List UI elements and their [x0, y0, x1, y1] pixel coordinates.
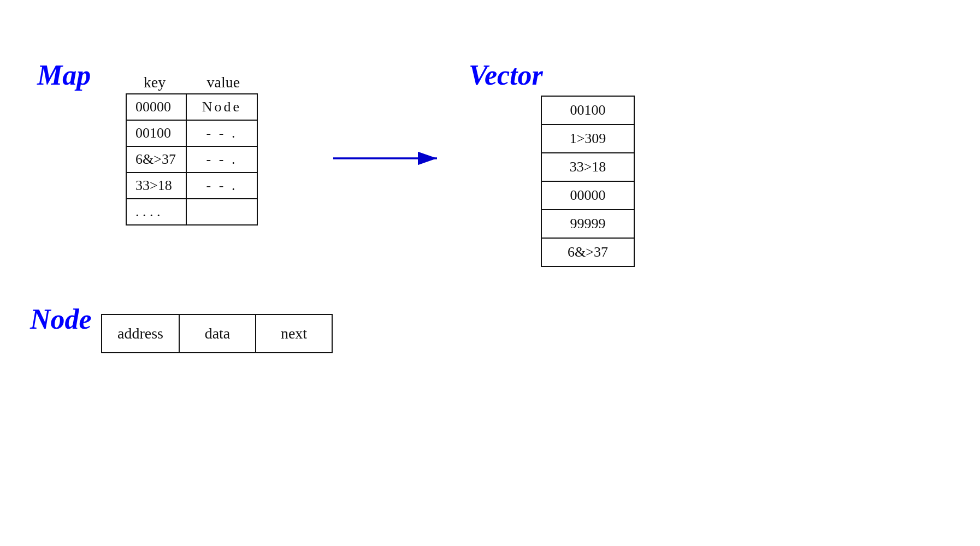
vector-cell-0: 00100	[541, 96, 634, 124]
table-row: 00100 - - .	[126, 120, 257, 146]
map-value-cell-1: - - .	[186, 120, 257, 146]
map-key-cell-4: . . . .	[126, 199, 186, 225]
table-row: 99999	[541, 210, 634, 238]
map-key-cell-1: 00100	[126, 120, 186, 146]
map-table-container: key value 00000 Node 00100 - - . 6&>37 -…	[126, 74, 258, 225]
table-row: 00100	[541, 96, 634, 124]
table-row: 00000 Node	[126, 94, 257, 120]
table-row: . . . .	[126, 199, 257, 225]
vector-cell-4: 99999	[541, 210, 634, 238]
map-value-cell-2: - - .	[186, 146, 257, 173]
vector-cell-1: 1>309	[541, 124, 634, 153]
map-table: 00000 Node 00100 - - . 6&>37 - - . 33>18…	[126, 93, 258, 225]
vector-cell-3: 00000	[541, 181, 634, 210]
map-value-cell-0: Node	[186, 94, 257, 120]
map-key-cell-2: 6&>37	[126, 146, 186, 173]
table-row: 33>18 - - .	[126, 173, 257, 199]
canvas: Map key value 00000 Node 00100 - - . 6&>…	[0, 0, 980, 546]
map-value-cell-3: - - .	[186, 173, 257, 199]
node-col-next: next	[256, 314, 332, 353]
map-col-value-header: value	[207, 74, 240, 91]
map-col-headers: key value	[126, 74, 258, 93]
arrow-svg	[328, 147, 448, 169]
map-label: Map	[37, 59, 91, 91]
map-key-cell-0: 00000	[126, 94, 186, 120]
node-label: Node	[30, 303, 92, 335]
node-table-container: address data next	[101, 314, 333, 353]
vector-table-container: 00100 1>309 33>18 00000 99999 6&>37	[541, 96, 635, 267]
table-row: address data next	[102, 314, 332, 353]
node-table: address data next	[101, 314, 333, 353]
map-col-key-header: key	[144, 74, 166, 91]
node-col-address: address	[102, 314, 179, 353]
table-row: 6&>37	[541, 238, 634, 266]
table-row: 6&>37 - - .	[126, 146, 257, 173]
vector-label: Vector	[469, 59, 543, 91]
map-key-cell-3: 33>18	[126, 173, 186, 199]
table-row: 00000	[541, 181, 634, 210]
node-col-data: data	[179, 314, 256, 353]
table-row: 33>18	[541, 153, 634, 181]
vector-cell-2: 33>18	[541, 153, 634, 181]
table-row: 1>309	[541, 124, 634, 153]
map-value-cell-4	[186, 199, 257, 225]
vector-cell-5: 6&>37	[541, 238, 634, 266]
vector-table: 00100 1>309 33>18 00000 99999 6&>37	[541, 96, 635, 267]
